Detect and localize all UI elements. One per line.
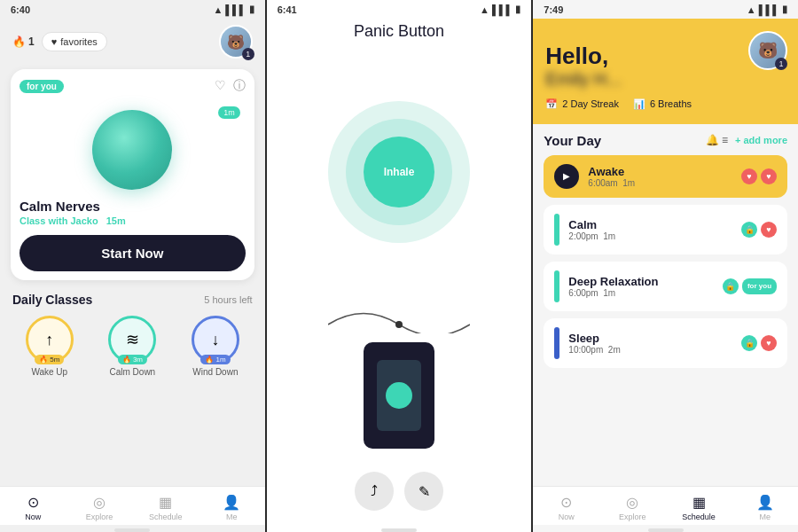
favorites-label: favorites [60, 36, 98, 47]
status-bar-2: 6:41 ▲ ▌▌▌ ▮ [267, 0, 532, 19]
nav-explore-3[interactable]: ◎ Explore [599, 494, 666, 521]
heart-badge-2: ♥ [761, 168, 777, 184]
start-now-button[interactable]: Start Now [20, 235, 246, 271]
heart-icon[interactable]: ♡ [215, 78, 226, 94]
nav-explore-label-3: Explore [619, 512, 646, 521]
breath-wave [267, 289, 532, 342]
home-indicator-1 [114, 528, 150, 532]
class-wake-up[interactable]: ↑ 🔥 5m Wake Up [12, 316, 87, 377]
nav-schedule-label-1: Schedule [149, 512, 183, 521]
nav-now-label-3: Now [559, 512, 575, 521]
phone-preview-area [267, 342, 532, 458]
info-icon[interactable]: ⓘ [233, 78, 246, 94]
nav-schedule-1[interactable]: ▦ Schedule [132, 494, 199, 521]
schedule-icon-3: ▦ [692, 494, 706, 511]
sched-info-sleep: Sleep 10:00pm 2m [568, 332, 732, 355]
wifi-icon-2: ▲ [480, 4, 489, 15]
me-icon-3: 👤 [756, 494, 774, 511]
class-wind-down[interactable]: ↓ 🔥 1m Wind Down [178, 316, 253, 377]
wake-up-circle: ↑ 🔥 5m [26, 316, 74, 364]
teal-badge-calm: 🔒 [741, 222, 757, 238]
sched-name-sleep: Sleep [568, 332, 732, 345]
your-day-header: Your Day 🔔 ≡ + add more [544, 133, 787, 148]
phone-preview-orb [386, 382, 412, 409]
nav-me-1[interactable]: 👤 Me [199, 494, 265, 521]
teal-badge-sleep: 🔒 [741, 335, 757, 351]
schedule-item-awake[interactable]: ▶ Awake 6:00am 1m ♥ ♥ [544, 155, 787, 198]
edit-button[interactable]: ✎ [404, 472, 443, 511]
breath-center[interactable]: Inhale [364, 137, 434, 207]
sleep-color-bar [554, 327, 559, 359]
section-title: Daily Classes [12, 293, 92, 307]
sched-badges-awake: ♥ ♥ [741, 168, 777, 184]
sched-badges-calm: 🔒 ♥ [741, 222, 777, 238]
class-calm-down[interactable]: ≋ 🔥 3m Calm Down [96, 316, 170, 377]
wind-down-circle: ↓ 🔥 1m [192, 316, 239, 364]
svg-point-0 [395, 321, 403, 328]
card-tag-row: for you ♡ ⓘ [20, 78, 246, 94]
nav-bar-3: ⊙ Now ◎ Explore ▦ Schedule 👤 Me [533, 486, 798, 525]
phone-preview-inner [377, 360, 421, 431]
me-icon: 👤 [223, 494, 240, 511]
explore-icon-3: ◎ [626, 494, 638, 511]
streak-label: 2 Day Streak [562, 98, 619, 109]
phone-3: 7:49 ▲ ▌▌▌ ▮ 🐻 Hello, Emily H... 📅 2 Day… [531, 0, 798, 532]
filter-icon[interactable]: 🔔 ≡ [706, 134, 728, 146]
section-sub: 5 hours left [204, 294, 252, 305]
user-name: Emily H... [545, 69, 786, 90]
heart-icon: ♥ [51, 36, 58, 47]
phone-1: 6:40 ▲ ▌▌▌ ▮ 🔥 1 ♥ favorites 🐻 for you ♡… [0, 0, 265, 532]
fire-icon: 🔥 [12, 35, 26, 48]
calm-down-badge: 🔥 3m [118, 355, 147, 364]
calm-orb [92, 110, 172, 190]
schedule-item-sleep[interactable]: Sleep 10:00pm 2m 🔒 ♥ [544, 318, 787, 368]
play-button[interactable]: ▶ [554, 164, 579, 189]
inhale-label: Inhale [384, 166, 415, 178]
battery-icon-2: ▮ [515, 4, 520, 15]
your-day-section: Your Day 🔔 ≡ + add more ▶ Awake 6:00am 1… [533, 124, 798, 384]
battery-icon-3: ▮ [782, 4, 787, 15]
schedule-item-deep[interactable]: Deep Relaxation 6:00pm 1m 🔒 for you [544, 262, 787, 311]
schedule-item-calm[interactable]: Calm 2:00pm 1m 🔒 ♥ [544, 205, 787, 254]
phone-2: 6:41 ▲ ▌▌▌ ▮ Panic Button Inhale [265, 0, 532, 532]
avatar[interactable]: 🐻 [219, 25, 253, 59]
panic-actions: ⤴ ✎ [267, 465, 532, 525]
nav-explore-label-1: Explore [86, 512, 113, 521]
avatar-container: 🐻 [219, 25, 253, 59]
sched-info-deep: Deep Relaxation 6:00pm 1m [568, 275, 714, 298]
status-icons-1: ▲ ▌▌▌ ▮ [213, 4, 254, 15]
nav-schedule-3[interactable]: ▦ Schedule [666, 494, 732, 521]
card-title: Calm Nerves [20, 199, 246, 214]
sched-info-awake: Awake 6:00am 1m [588, 165, 732, 188]
deep-color-bar [554, 270, 559, 302]
wifi-icon-3: ▲ [747, 4, 756, 15]
breaths-count: 📊 6 Breaths [633, 98, 692, 110]
time-3: 7:49 [544, 4, 563, 15]
nav-now-1[interactable]: ⊙ Now [0, 494, 66, 521]
calm-nerves-card: for you ♡ ⓘ 1m Calm Nerves Class with Ja… [11, 69, 254, 280]
nav-me-label-1: Me [226, 512, 238, 521]
wake-up-label: Wake Up [31, 367, 67, 377]
favorites-button[interactable]: ♥ favorites [42, 32, 107, 51]
time-1: 6:40 [11, 4, 30, 15]
daily-classes-list: ↑ 🔥 5m Wake Up ≋ 🔥 3m Calm Down ↓ 🔥 1m W… [12, 316, 253, 377]
orb-container: 1m [20, 101, 246, 199]
edit-icon: ✎ [419, 483, 430, 500]
calendar-icon: 📅 [545, 98, 558, 110]
sched-badges-deep: 🔒 for you [723, 278, 777, 294]
nav-now-3[interactable]: ⊙ Now [533, 494, 599, 521]
nav-explore-1[interactable]: ◎ Explore [66, 494, 133, 521]
streak-row: 📅 2 Day Streak 📊 6 Breaths [545, 98, 786, 110]
breath-ring-mid: Inhale [346, 119, 452, 225]
wave-svg [328, 298, 470, 333]
add-more-button[interactable]: + add more [735, 135, 787, 145]
phone-preview [364, 342, 434, 449]
wake-up-badge: 🔥 5m [35, 355, 64, 364]
your-day-title: Your Day [544, 133, 698, 148]
share-button[interactable]: ⤴ [355, 472, 394, 511]
nav-me-3[interactable]: 👤 Me [732, 494, 798, 521]
p3-avatar[interactable]: 🐻 [748, 31, 787, 70]
daily-classes-section: Daily Classes 5 hours left ↑ 🔥 5m Wake U… [0, 284, 265, 380]
home-indicator-2 [381, 528, 417, 532]
fire-badge: 🔥 1 [12, 35, 35, 48]
